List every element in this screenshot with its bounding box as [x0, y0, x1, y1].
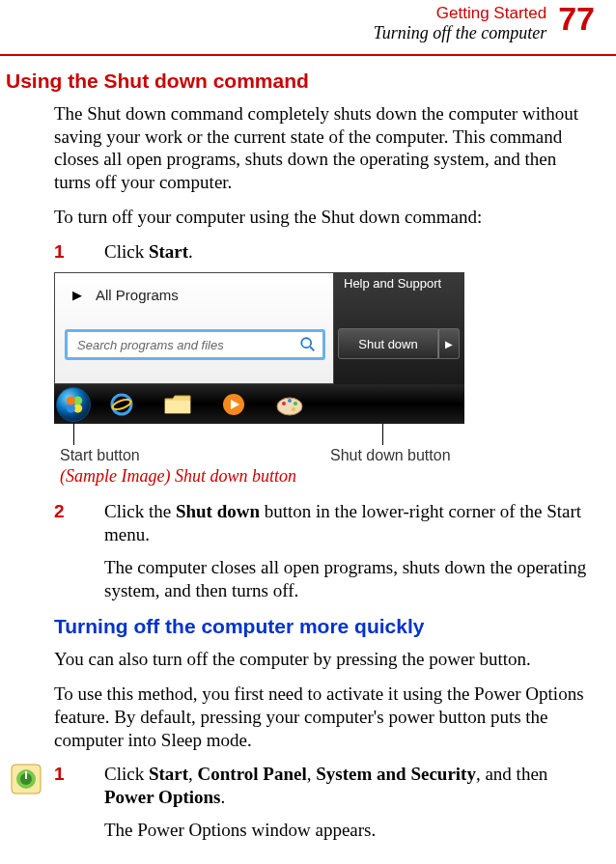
step1-post: .: [188, 241, 193, 262]
page-content: Using the Shut down command The Shut dow…: [0, 70, 616, 842]
s3-b4: Power Options: [104, 787, 221, 807]
taskbar-paint[interactable]: [265, 388, 315, 421]
step-text: Click the Shut down button in the lower-…: [104, 500, 595, 546]
step-number: 1: [54, 240, 104, 264]
paragraph-result2: The Power Options window appears.: [104, 819, 595, 842]
paragraph-result1: The computer closes all open programs, s…: [104, 556, 595, 602]
paragraph-intro: The Shut down command completely shuts d…: [54, 102, 595, 194]
figure-start-menu: ▶ All Programs Search programs and files…: [54, 272, 464, 464]
search-input[interactable]: Search programs and files: [65, 329, 325, 360]
header-section: Turning off the computer: [374, 23, 547, 44]
figure-caption: (Sample Image) Shut down button: [60, 466, 616, 487]
folder-icon: [163, 393, 192, 416]
step-text: Click Start, Control Panel, System and S…: [104, 763, 595, 809]
page-header: Getting Started Turning off the computer…: [0, 0, 616, 44]
page-number: 77: [558, 2, 595, 35]
s3-post: .: [221, 787, 226, 807]
shutdown-menu-arrow[interactable]: ▶: [438, 328, 460, 359]
taskbar: [54, 384, 464, 424]
step-text: Click Start.: [104, 240, 595, 264]
header-chapter: Getting Started: [374, 4, 547, 23]
chevron-right-icon: ▶: [72, 288, 82, 302]
step2-pre: Click the: [104, 501, 176, 521]
svg-point-10: [294, 402, 297, 405]
taskbar-ie[interactable]: [97, 388, 147, 421]
step1-bold: Start: [149, 241, 188, 262]
callout-line-shutdown: [382, 424, 383, 445]
s3-c1: ,: [188, 764, 198, 784]
callout-shutdown-label: Shut down button: [330, 447, 451, 464]
step-2: 2 Click the Shut down button in the lowe…: [54, 500, 595, 546]
header-text-block: Getting Started Turning off the computer: [374, 4, 547, 44]
paragraph-quick2: To use this method, you first need to ac…: [54, 683, 595, 751]
screenshot-start-menu: ▶ All Programs Search programs and files…: [54, 272, 464, 424]
search-placeholder: Search programs and files: [77, 338, 224, 352]
all-programs-item[interactable]: ▶ All Programs: [72, 287, 179, 303]
heading-quick-off: Turning off the computer more quickly: [54, 615, 616, 638]
s3-c2: ,: [307, 764, 317, 784]
taskbar-media[interactable]: [209, 388, 259, 421]
shutdown-button[interactable]: Shut down: [338, 328, 438, 359]
all-programs-label: All Programs: [96, 287, 179, 303]
paragraph-lead: To turn off your computer using the Shut…: [54, 206, 595, 229]
s3-b1: Start: [149, 764, 188, 784]
start-menu-panel: ▶ All Programs Search programs and files: [54, 272, 334, 384]
svg-rect-14: [25, 771, 27, 779]
heading-shutdown-command: Using the Shut down command: [6, 70, 616, 93]
s3-b3: System and Security: [316, 764, 476, 784]
s3-b2: Control Panel: [198, 764, 307, 784]
svg-point-8: [282, 402, 286, 405]
shutdown-button-group: Shut down ▶: [338, 328, 460, 359]
header-divider: [0, 54, 616, 56]
step-number: 2: [54, 500, 104, 546]
callout-line-start: [73, 424, 74, 445]
ie-icon: [108, 391, 135, 418]
step-3: 1 Click Start, Control Panel, System and…: [54, 763, 595, 809]
step-number: 1: [54, 763, 104, 809]
taskbar-explorer[interactable]: [153, 388, 203, 421]
callout-start-label: Start button: [60, 447, 330, 464]
svg-point-9: [288, 399, 292, 403]
step2-bold: Shut down: [176, 501, 260, 521]
s3-c3: , and then: [476, 764, 547, 784]
step1-pre: Click: [104, 241, 149, 262]
media-player-icon: [221, 392, 246, 417]
svg-point-0: [301, 339, 311, 348]
step-1: 1 Click Start.: [54, 240, 595, 264]
search-icon: [299, 336, 317, 353]
svg-line-1: [310, 348, 314, 351]
paint-icon: [275, 392, 304, 417]
help-link[interactable]: Help and Support: [344, 276, 441, 291]
callout-labels: Start button Shut down button: [54, 447, 464, 464]
start-button[interactable]: [56, 387, 91, 422]
paragraph-quick1: You can also turn off the computer by pr…: [54, 648, 595, 671]
start-menu-right-panel: Help and Support Shut down ▶: [334, 272, 464, 384]
svg-rect-4: [165, 401, 190, 413]
power-options-icon: [10, 763, 42, 795]
s3-pre: Click: [104, 764, 149, 784]
svg-point-11: [292, 407, 295, 411]
